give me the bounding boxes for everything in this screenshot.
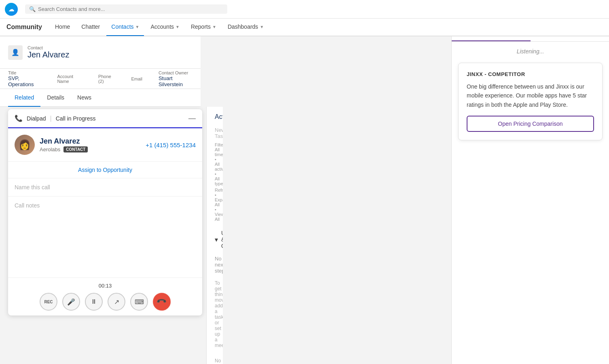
page-header: 👤 Contact Jen Alvarez <box>0 36 201 69</box>
nav-home[interactable]: Home <box>50 18 75 36</box>
caller-phone: +1 (415) 555-1234 <box>146 142 196 148</box>
tab-details[interactable]: Details <box>40 89 71 107</box>
phone-icon: 📞 <box>15 114 23 122</box>
dialpad-label: Dialpad <box>27 115 46 122</box>
contact-name-heading: Jen Alvarez <box>27 50 69 59</box>
caller-name: Jen Alvarez <box>40 137 141 146</box>
mute-button[interactable]: 🎤 <box>62 293 80 311</box>
avatar-image: 👩 <box>15 135 35 155</box>
contact-icon: 👤 <box>8 45 23 60</box>
nav-reports[interactable]: Reports ▼ <box>186 18 221 36</box>
account-name-field: Account Name <box>57 74 82 84</box>
ai-sidebar: ✦ 31 M SF Assists Transcript Listening..… <box>451 0 609 364</box>
dialpad-widget: 📞 Dialpad | Call in Progress — 👩 Jen Alv… <box>8 109 202 315</box>
pause-button[interactable]: ⏸ <box>85 293 103 311</box>
nav-accounts[interactable]: Accounts ▼ <box>146 18 184 36</box>
refresh-link[interactable]: Refresh <box>215 188 223 193</box>
accounts-chevron-icon: ▼ <box>176 25 180 29</box>
tab-news[interactable]: News <box>71 89 98 107</box>
call-name-field[interactable]: Name this call <box>8 178 202 197</box>
call-notes-field[interactable]: Call notes <box>8 197 202 277</box>
hangup-button[interactable]: 📞 <box>149 289 174 314</box>
contacts-chevron-icon: ▼ <box>135 25 140 29</box>
minimize-button[interactable]: — <box>188 114 196 123</box>
search-area[interactable]: 🔍 <box>25 4 227 14</box>
email-field: Email <box>131 76 142 81</box>
details-bar: Title SVP, Operations Account Name Phone… <box>0 69 201 89</box>
ai-suggestion-card: JINXX - COMPETITOR One big difference be… <box>458 63 603 140</box>
upcoming-title: Upcoming & Overdue <box>221 230 223 249</box>
title-field: Title SVP, Operations <box>8 70 41 87</box>
dialpad-contact: 👩 Jen Alvarez Aerolabs CONTACT +1 (415) … <box>8 128 202 162</box>
salesforce-logo: ☁ <box>5 3 18 16</box>
top-bar: ☁ 🔍 <box>0 0 609 19</box>
tab-related[interactable]: Related <box>8 89 40 107</box>
call-status-text: Call in Progress <box>56 115 96 122</box>
view-all-link[interactable]: View All <box>215 212 223 222</box>
transfer-button[interactable]: ↗ <box>108 293 125 311</box>
nav-contacts[interactable]: Contacts ▼ <box>106 18 144 36</box>
search-icon: 🔍 <box>29 6 36 12</box>
ai-listening-status: Listening... <box>458 48 603 55</box>
call-timer: 00:13 <box>99 283 112 289</box>
app-name: Community <box>6 23 42 31</box>
contact-badge: CONTACT <box>63 146 88 152</box>
ai-content: Listening... JINXX - COMPETITOR One big … <box>452 42 609 364</box>
nav-chatter[interactable]: Chatter <box>76 18 105 36</box>
ai-card-title: JINXX - COMPETITOR <box>467 71 594 77</box>
assign-opportunity-link[interactable]: Assign to Opportunity <box>8 162 202 178</box>
dialpad-button[interactable]: ⌨ <box>130 293 148 311</box>
ai-card-body: One big difference between us and Jinxx … <box>467 82 594 109</box>
caller-company: Aerolabs <box>40 146 60 152</box>
header-separator: | <box>50 115 51 122</box>
search-input[interactable] <box>38 6 223 12</box>
owner-field: Contact Owner Stuart Silverstein <box>159 70 192 87</box>
contact-type-label: Contact <box>27 45 69 50</box>
record-button[interactable]: REC <box>40 293 57 311</box>
dashboards-chevron-icon: ▼ <box>260 25 264 29</box>
dialpad-header: 📞 Dialpad | Call in Progress — <box>8 109 202 128</box>
upcoming-chevron-icon: ▾ <box>215 236 218 243</box>
phone-field: Phone (2) <box>98 74 115 84</box>
dialpad-footer: 00:13 REC 🎤 ⏸ ↗ ⌨ 📞 <box>8 277 202 315</box>
nav-dashboards[interactable]: Dashboards ▼ <box>223 18 269 36</box>
nav-bar: Community Home Chatter Contacts ▼ Accoun… <box>0 19 609 36</box>
contact-info: Contact Jen Alvarez <box>27 45 69 59</box>
expand-all-link[interactable]: Expand All <box>215 197 223 207</box>
call-controls: REC 🎤 ⏸ ↗ ⌨ 📞 <box>40 293 171 311</box>
reports-chevron-icon: ▼ <box>212 25 216 29</box>
contact-avatar: 👩 <box>15 135 35 155</box>
activity-panel: Activity New Task Filters: All time • Al… <box>206 107 223 364</box>
open-pricing-comparison-button[interactable]: Open Pricing Comparison <box>467 116 594 132</box>
tabs-area: Related Details News <box>0 89 201 107</box>
